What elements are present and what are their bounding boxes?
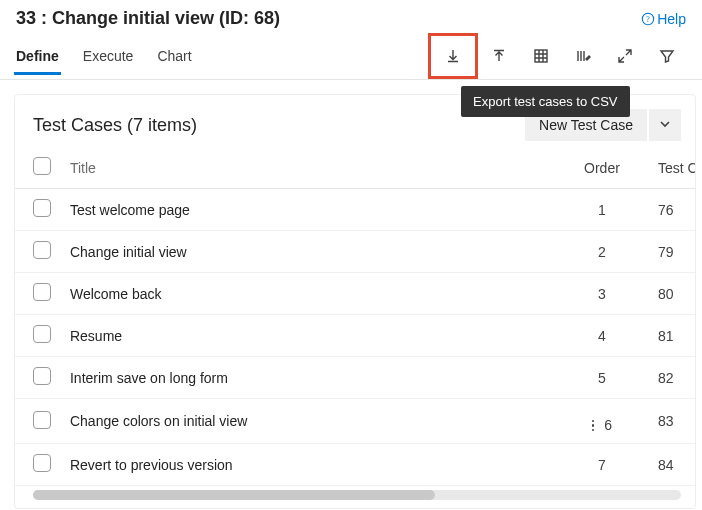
grid-button[interactable]	[520, 35, 562, 77]
tab-define[interactable]: Define	[14, 38, 69, 74]
help-icon: ?	[641, 12, 655, 26]
filter-button[interactable]	[646, 35, 688, 77]
tabs: Define Execute Chart	[14, 38, 214, 74]
tab-execute[interactable]: Execute	[81, 38, 144, 74]
row-title: Resume	[62, 315, 554, 357]
row-test-case-id: 80	[650, 273, 695, 315]
row-test-case-id: 82	[650, 357, 695, 399]
row-title: Change initial view	[62, 231, 554, 273]
svg-text:?: ?	[646, 14, 650, 23]
columns-edit-icon	[575, 48, 591, 64]
row-checkbox[interactable]	[33, 411, 51, 429]
row-title: Interim save on long form	[62, 357, 554, 399]
export-csv-button[interactable]	[428, 33, 478, 79]
kebab-menu-icon[interactable]	[592, 420, 595, 432]
page-title: 33 : Change initial view (ID: 68)	[16, 8, 280, 29]
col-testca[interactable]: Test Ca	[650, 151, 695, 189]
test-cases-table: Title Order Test Ca Test welcome page176…	[15, 151, 695, 486]
row-order: 1	[598, 202, 606, 218]
tab-chart[interactable]: Chart	[155, 38, 201, 74]
row-checkbox[interactable]	[33, 454, 51, 472]
row-test-case-id: 76	[650, 189, 695, 231]
row-checkbox[interactable]	[33, 283, 51, 301]
row-test-case-id: 84	[650, 444, 695, 486]
table-row[interactable]: Change colors on initial view683	[15, 399, 695, 444]
table-row[interactable]: Change initial view279	[15, 231, 695, 273]
row-checkbox[interactable]	[33, 367, 51, 385]
select-all-checkbox[interactable]	[33, 157, 51, 175]
row-checkbox[interactable]	[33, 241, 51, 259]
row-title: Change colors on initial view	[62, 399, 554, 444]
row-order: 5	[598, 370, 606, 386]
filter-icon	[659, 48, 675, 64]
row-test-case-id: 81	[650, 315, 695, 357]
col-order[interactable]: Order	[554, 151, 650, 189]
row-order: 4	[598, 328, 606, 344]
row-test-case-id: 79	[650, 231, 695, 273]
row-title: Welcome back	[62, 273, 554, 315]
row-title: Test welcome page	[62, 189, 554, 231]
table-row[interactable]: Revert to previous version784	[15, 444, 695, 486]
row-order: 6	[604, 417, 612, 433]
panel-title: Test Cases (7 items)	[33, 115, 197, 136]
row-test-case-id: 83	[650, 399, 695, 444]
chevron-down-icon	[659, 118, 671, 130]
toolbar	[428, 33, 688, 79]
row-order: 2	[598, 244, 606, 260]
help-link[interactable]: ? Help	[641, 11, 686, 27]
export-tooltip: Export test cases to CSV	[461, 86, 630, 117]
row-checkbox[interactable]	[33, 325, 51, 343]
row-order: 3	[598, 286, 606, 302]
upload-icon	[491, 48, 507, 64]
help-label: Help	[657, 11, 686, 27]
col-title[interactable]: Title	[62, 151, 554, 189]
table-row[interactable]: Interim save on long form582	[15, 357, 695, 399]
columns-button[interactable]	[562, 35, 604, 77]
expand-button[interactable]	[604, 35, 646, 77]
expand-icon	[617, 48, 633, 64]
row-checkbox[interactable]	[33, 199, 51, 217]
horizontal-scrollbar[interactable]	[33, 490, 681, 500]
grid-icon	[533, 48, 549, 64]
import-button[interactable]	[478, 35, 520, 77]
table-row[interactable]: Resume481	[15, 315, 695, 357]
row-title: Revert to previous version	[62, 444, 554, 486]
table-row[interactable]: Welcome back380	[15, 273, 695, 315]
row-order: 7	[598, 457, 606, 473]
table-row[interactable]: Test welcome page176	[15, 189, 695, 231]
download-icon	[445, 48, 461, 64]
new-test-case-dropdown[interactable]	[649, 109, 681, 141]
svg-rect-2	[535, 50, 547, 62]
